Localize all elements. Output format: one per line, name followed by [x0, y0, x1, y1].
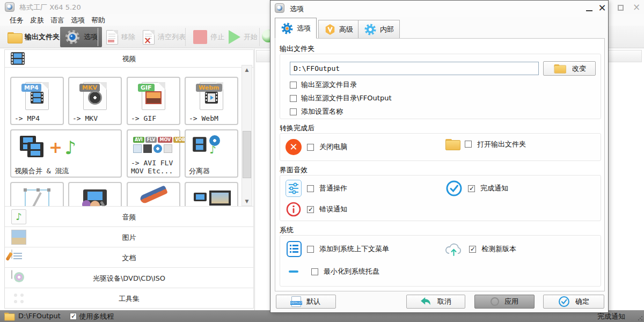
output-folder-button[interactable]: 输出文件夹 [3, 27, 64, 47]
scrollbar-thumb[interactable] [243, 131, 251, 178]
multithread-option[interactable]: 使用多线程 [70, 312, 114, 321]
checkbox[interactable] [290, 108, 297, 115]
tab-internal[interactable]: 内部 [358, 20, 400, 39]
checkbox[interactable] [311, 268, 318, 275]
category-toolset[interactable]: 工具集 [5, 288, 253, 308]
category-audio[interactable]: ♪ 音频 [5, 206, 253, 226]
panel-scrollbar[interactable]: ▲ ▼ [241, 65, 252, 206]
checkbox[interactable] [307, 246, 314, 253]
check-circle-icon [445, 180, 463, 197]
video-section-label: 视频 [5, 54, 253, 64]
multithread-checkbox[interactable] [70, 313, 77, 320]
tab-options[interactable]: 选项 [275, 18, 317, 39]
card-to-webm[interactable]: Webm -> WebM [185, 77, 238, 125]
card-eraser-tool[interactable] [127, 182, 180, 206]
menu-task[interactable]: 任务 [6, 15, 27, 25]
dialog-titlebar: 选项 ✕ [270, 1, 608, 17]
dialog-close-button[interactable]: ✕ [596, 2, 608, 14]
category-picture[interactable]: 图片 [5, 226, 253, 247]
toolbar-separator [98, 28, 98, 46]
checkbox[interactable] [468, 185, 475, 192]
menu-language[interactable]: 语言 [47, 15, 68, 25]
tab-advanced[interactable]: 高级 [318, 20, 359, 39]
cancel-button[interactable]: 取消 [406, 295, 465, 309]
clear-list-button[interactable]: × 清空列表 [138, 27, 190, 47]
start-button[interactable]: 开始 [224, 27, 262, 47]
stop-button[interactable]: 停止 [189, 27, 229, 47]
category-list: ♪ 音频 图片 文档 光驱设备\DVD\CD\ISO 工具集 [5, 206, 253, 308]
card-crop-tool[interactable] [10, 182, 64, 206]
ui-sounds-group: 普通操作 完成通知 错误通知 [280, 175, 601, 221]
open-output-folder-option[interactable]: 打开输出文件夹 [445, 139, 526, 149]
resize-grip[interactable] [638, 316, 642, 320]
film-icon [30, 91, 44, 104]
default-button[interactable]: DEFAULT 默认 [276, 295, 336, 309]
checkbox[interactable] [465, 141, 472, 148]
editor-icon [80, 188, 110, 206]
done-notify-option[interactable]: 完成通知 [445, 180, 508, 197]
menu-help[interactable]: 帮助 [88, 15, 108, 25]
dialog-title: 选项 [290, 4, 304, 14]
checkbox[interactable] [290, 95, 297, 102]
apply-button[interactable]: 应用 [474, 295, 535, 309]
output-to-source-option[interactable]: 输出至源文件目录 [290, 80, 357, 90]
checkbox[interactable] [307, 144, 314, 151]
list-icon [287, 241, 302, 257]
category-document[interactable]: 文档 [5, 247, 253, 267]
power-off-icon: ✕ [286, 139, 302, 155]
after-convert-section-label: 转换完成后 [280, 123, 314, 133]
checkbox[interactable] [290, 82, 297, 89]
card-to-avi-flv-mov[interactable]: AVI FLV MOV VOB -> AVI FLV MOV Etc... [127, 129, 180, 178]
statusbar-output-path[interactable]: D:\FFOutput [18, 312, 61, 320]
dialog-minimize-button[interactable] [583, 2, 595, 14]
menu-options[interactable]: 选项 [68, 15, 88, 25]
menu-skin[interactable]: 皮肤 [27, 15, 47, 25]
error-notify-option[interactable]: 错误通知 [286, 201, 347, 217]
scroll-up-arrow[interactable]: ▲ [242, 65, 252, 74]
change-folder-button[interactable]: 改变 [543, 61, 596, 76]
folder-icon [554, 64, 566, 72]
sliders-icon [286, 180, 302, 197]
checkbox[interactable] [469, 246, 476, 253]
mp4-file-icon: MP4 [25, 82, 49, 110]
music-note-icon: ♪ [64, 137, 76, 158]
checkbox[interactable] [307, 185, 314, 192]
ok-button[interactable]: 确定 [543, 295, 604, 309]
app-logo-icon [5, 2, 14, 12]
play-icon [229, 30, 240, 44]
video-cards-grid: MP4 -> MP4 MKV -> MKV GIF [5, 68, 240, 206]
card-splitter[interactable]: ♪ 分离器 [185, 129, 238, 178]
remove-button[interactable]: 移除 [102, 27, 140, 47]
statusbar-notify-text: 完成通知 [597, 312, 625, 321]
back-arrow-icon [420, 297, 432, 306]
close-button[interactable]: × [631, 2, 642, 12]
checkbox[interactable] [307, 206, 314, 213]
minimize-icon [289, 270, 298, 273]
maximize-button[interactable] [618, 5, 624, 11]
toolbar-separator [259, 28, 260, 46]
card-screen-tool[interactable] [185, 182, 238, 206]
options-button[interactable]: 选项 [60, 27, 102, 47]
card-to-mp4[interactable]: MP4 -> MP4 [10, 77, 64, 125]
card-to-gif[interactable]: GIF -> GIF [127, 77, 180, 125]
check-update-option[interactable]: 检测新版本 [444, 241, 516, 257]
gear-icon [64, 29, 80, 45]
join-mux-icon: + ♪ [19, 135, 76, 160]
eraser-icon [139, 185, 168, 204]
options-dialog: 选项 ✕ 选项 高级 内部 输出文件夹 改变 [270, 0, 609, 313]
minimize-to-tray-option[interactable]: 最小化到系统托盘 [289, 267, 379, 276]
card-to-mkv[interactable]: MKV -> MKV [68, 77, 122, 125]
video-section-header[interactable]: 视频 [5, 50, 253, 68]
normal-sound-option[interactable]: 普通操作 [286, 180, 347, 197]
append-setting-name-option[interactable]: 添加设置名称 [290, 107, 343, 116]
dialog-footer: DEFAULT 默认 取消 应用 确定 [270, 291, 608, 312]
scroll-down-arrow[interactable]: ▼ [242, 197, 252, 206]
context-menu-option[interactable]: 添加到系统上下文菜单 [287, 241, 389, 257]
card-video-join-mux[interactable]: + ♪ 视频合并 & 混流 [10, 129, 122, 178]
category-dvd-cd-iso[interactable]: 光驱设备\DVD\CD\ISO [5, 267, 253, 288]
card-video-editor[interactable] [68, 182, 122, 206]
output-to-source-ffoutput-option[interactable]: 输出至源文件目录\FFOutput [290, 93, 392, 103]
shutdown-option[interactable]: ✕ 关闭电脑 [286, 139, 347, 155]
output-path-input[interactable] [290, 62, 539, 75]
shield-v-icon [324, 24, 336, 35]
